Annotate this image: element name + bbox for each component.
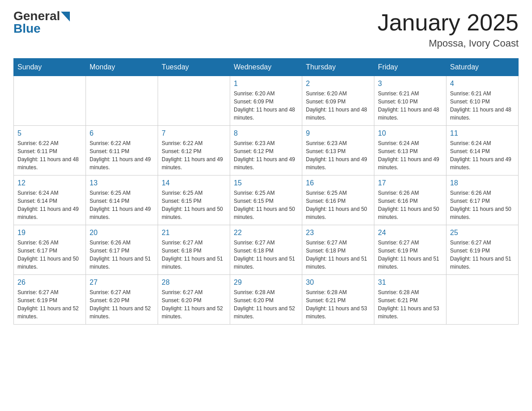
day-number: 14 [162, 179, 226, 187]
page-header: General Blue January 2025 Mpossa, Ivory … [13, 9, 519, 49]
calendar-cell: 12Sunrise: 6:24 AM Sunset: 6:14 PM Dayli… [14, 176, 86, 225]
calendar-cell: 30Sunrise: 6:28 AM Sunset: 6:21 PM Dayli… [302, 275, 374, 325]
day-number: 8 [234, 129, 298, 137]
calendar-cell: 10Sunrise: 6:24 AM Sunset: 6:13 PM Dayli… [374, 126, 446, 176]
day-number: 12 [17, 179, 82, 187]
calendar-cell: 3Sunrise: 6:21 AM Sunset: 6:10 PM Daylig… [374, 76, 446, 126]
calendar-cell: 9Sunrise: 6:23 AM Sunset: 6:13 PM Daylig… [302, 126, 374, 176]
location-title: Mpossa, Ivory Coast [378, 38, 519, 49]
day-info: Sunrise: 6:27 AM Sunset: 6:18 PM Dayligh… [234, 239, 298, 271]
weekday-header-monday: Monday [86, 59, 158, 76]
day-number: 18 [450, 179, 515, 187]
day-number: 7 [162, 129, 226, 137]
day-number: 20 [90, 229, 154, 237]
day-number: 15 [234, 179, 298, 187]
day-info: Sunrise: 6:28 AM Sunset: 6:21 PM Dayligh… [378, 288, 442, 321]
calendar-cell: 22Sunrise: 6:27 AM Sunset: 6:18 PM Dayli… [230, 225, 302, 275]
day-number: 4 [450, 80, 515, 88]
calendar-cell [14, 76, 86, 126]
day-number: 19 [17, 229, 82, 237]
weekday-header-tuesday: Tuesday [158, 59, 230, 76]
calendar-cell: 25Sunrise: 6:27 AM Sunset: 6:19 PM Dayli… [446, 225, 519, 275]
calendar-cell: 11Sunrise: 6:24 AM Sunset: 6:14 PM Dayli… [446, 126, 519, 176]
calendar-week-row: 19Sunrise: 6:26 AM Sunset: 6:17 PM Dayli… [14, 225, 519, 275]
day-info: Sunrise: 6:22 AM Sunset: 6:11 PM Dayligh… [90, 139, 154, 171]
calendar-cell [158, 76, 230, 126]
weekday-header-saturday: Saturday [446, 59, 519, 76]
day-info: Sunrise: 6:26 AM Sunset: 6:17 PM Dayligh… [450, 189, 515, 221]
day-info: Sunrise: 6:21 AM Sunset: 6:10 PM Dayligh… [450, 90, 515, 122]
day-info: Sunrise: 6:22 AM Sunset: 6:12 PM Dayligh… [162, 139, 226, 171]
calendar-cell: 6Sunrise: 6:22 AM Sunset: 6:11 PM Daylig… [86, 126, 158, 176]
calendar-cell: 19Sunrise: 6:26 AM Sunset: 6:17 PM Dayli… [14, 225, 86, 275]
day-info: Sunrise: 6:27 AM Sunset: 6:19 PM Dayligh… [378, 239, 442, 271]
day-info: Sunrise: 6:25 AM Sunset: 6:16 PM Dayligh… [306, 189, 370, 221]
day-number: 27 [90, 278, 154, 287]
weekday-header-thursday: Thursday [302, 59, 374, 76]
calendar-cell: 29Sunrise: 6:28 AM Sunset: 6:20 PM Dayli… [230, 275, 302, 325]
day-info: Sunrise: 6:26 AM Sunset: 6:17 PM Dayligh… [17, 239, 82, 271]
title-block: January 2025 Mpossa, Ivory Coast [378, 9, 519, 49]
calendar-cell: 1Sunrise: 6:20 AM Sunset: 6:09 PM Daylig… [230, 76, 302, 126]
calendar-cell: 24Sunrise: 6:27 AM Sunset: 6:19 PM Dayli… [374, 225, 446, 275]
day-number: 16 [306, 179, 370, 187]
day-info: Sunrise: 6:21 AM Sunset: 6:10 PM Dayligh… [378, 90, 442, 122]
day-info: Sunrise: 6:24 AM Sunset: 6:14 PM Dayligh… [450, 139, 515, 171]
logo: General Blue [13, 9, 70, 36]
calendar-cell: 8Sunrise: 6:23 AM Sunset: 6:12 PM Daylig… [230, 126, 302, 176]
day-info: Sunrise: 6:24 AM Sunset: 6:14 PM Dayligh… [17, 189, 82, 221]
day-info: Sunrise: 6:27 AM Sunset: 6:19 PM Dayligh… [450, 239, 515, 271]
calendar-header-row: SundayMondayTuesdayWednesdayThursdayFrid… [14, 59, 519, 76]
day-number: 17 [378, 179, 442, 187]
day-info: Sunrise: 6:23 AM Sunset: 6:12 PM Dayligh… [234, 139, 298, 171]
day-info: Sunrise: 6:27 AM Sunset: 6:18 PM Dayligh… [162, 239, 226, 271]
day-number: 26 [17, 278, 82, 287]
day-info: Sunrise: 6:20 AM Sunset: 6:09 PM Dayligh… [306, 90, 370, 122]
calendar-cell: 4Sunrise: 6:21 AM Sunset: 6:10 PM Daylig… [446, 76, 519, 126]
day-number: 11 [450, 129, 515, 137]
day-number: 29 [234, 278, 298, 287]
day-number: 3 [378, 80, 442, 88]
calendar-cell: 14Sunrise: 6:25 AM Sunset: 6:15 PM Dayli… [158, 176, 230, 225]
day-info: Sunrise: 6:23 AM Sunset: 6:13 PM Dayligh… [306, 139, 370, 171]
logo-blue-text: Blue [13, 21, 41, 36]
day-info: Sunrise: 6:25 AM Sunset: 6:14 PM Dayligh… [90, 189, 154, 221]
day-number: 9 [306, 129, 370, 137]
day-number: 1 [234, 80, 298, 88]
calendar-cell: 15Sunrise: 6:25 AM Sunset: 6:15 PM Dayli… [230, 176, 302, 225]
day-info: Sunrise: 6:26 AM Sunset: 6:17 PM Dayligh… [90, 239, 154, 271]
day-number: 6 [90, 129, 154, 137]
calendar-cell [446, 275, 519, 325]
calendar-week-row: 5Sunrise: 6:22 AM Sunset: 6:11 PM Daylig… [14, 126, 519, 176]
calendar-cell: 5Sunrise: 6:22 AM Sunset: 6:11 PM Daylig… [14, 126, 86, 176]
day-number: 13 [90, 179, 154, 187]
calendar-cell: 28Sunrise: 6:27 AM Sunset: 6:20 PM Dayli… [158, 275, 230, 325]
calendar-cell: 23Sunrise: 6:27 AM Sunset: 6:18 PM Dayli… [302, 225, 374, 275]
calendar-cell: 16Sunrise: 6:25 AM Sunset: 6:16 PM Dayli… [302, 176, 374, 225]
weekday-header-wednesday: Wednesday [230, 59, 302, 76]
weekday-header-sunday: Sunday [14, 59, 86, 76]
calendar-cell: 20Sunrise: 6:26 AM Sunset: 6:17 PM Dayli… [86, 225, 158, 275]
month-title: January 2025 [378, 9, 519, 36]
day-number: 21 [162, 229, 226, 237]
calendar-cell: 26Sunrise: 6:27 AM Sunset: 6:19 PM Dayli… [14, 275, 86, 325]
calendar-cell: 7Sunrise: 6:22 AM Sunset: 6:12 PM Daylig… [158, 126, 230, 176]
day-info: Sunrise: 6:25 AM Sunset: 6:15 PM Dayligh… [234, 189, 298, 221]
day-info: Sunrise: 6:25 AM Sunset: 6:15 PM Dayligh… [162, 189, 226, 221]
day-number: 30 [306, 278, 370, 287]
day-info: Sunrise: 6:27 AM Sunset: 6:20 PM Dayligh… [162, 288, 226, 321]
day-info: Sunrise: 6:27 AM Sunset: 6:18 PM Dayligh… [306, 239, 370, 271]
day-number: 31 [378, 278, 442, 287]
calendar-week-row: 1Sunrise: 6:20 AM Sunset: 6:09 PM Daylig… [14, 76, 519, 126]
logo-arrow-icon [60, 11, 70, 21]
calendar-cell [86, 76, 158, 126]
day-info: Sunrise: 6:27 AM Sunset: 6:19 PM Dayligh… [17, 288, 82, 321]
calendar-week-row: 12Sunrise: 6:24 AM Sunset: 6:14 PM Dayli… [14, 176, 519, 225]
calendar-cell: 13Sunrise: 6:25 AM Sunset: 6:14 PM Dayli… [86, 176, 158, 225]
calendar-table: SundayMondayTuesdayWednesdayThursdayFrid… [13, 58, 519, 325]
weekday-header-friday: Friday [374, 59, 446, 76]
day-number: 25 [450, 229, 515, 237]
day-number: 10 [378, 129, 442, 137]
day-info: Sunrise: 6:22 AM Sunset: 6:11 PM Dayligh… [17, 139, 82, 171]
day-info: Sunrise: 6:26 AM Sunset: 6:16 PM Dayligh… [378, 189, 442, 221]
